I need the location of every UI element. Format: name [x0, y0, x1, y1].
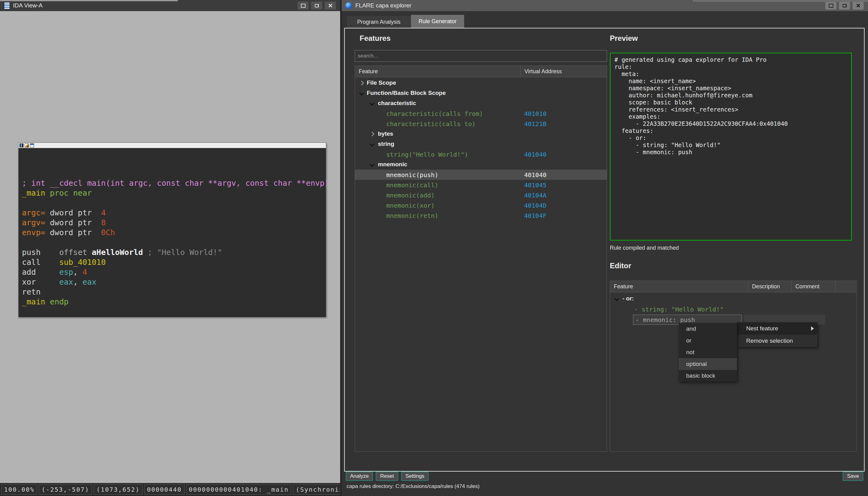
window-mini-icon	[30, 143, 34, 148]
rule-preview-editor[interactable]: # generated using capa explorer for IDA …	[610, 52, 852, 241]
background-window-edge	[0, 0, 178, 1]
editor-row-string-hello-world[interactable]: - string: "Hello World!"	[610, 304, 856, 314]
code-token: envp=	[22, 228, 45, 237]
ida-titlebar[interactable]: IDA View-A	[0, 0, 340, 11]
column-header-description[interactable]: Description	[748, 281, 791, 292]
rule-line: - or:	[614, 135, 851, 141]
editor-label: - or:	[623, 295, 634, 302]
chevron-down-icon[interactable]	[370, 142, 375, 147]
feature-row-mnemonic-call[interactable]: mnemonic(call)401045	[355, 180, 607, 190]
feature-label: string	[378, 141, 394, 148]
close-icon	[856, 4, 860, 7]
restore-button[interactable]	[825, 2, 836, 10]
capa-explorer-window: FLARE capa explorer Program Analysis Rul…	[342, 0, 868, 496]
status-segment: 0000000000401040: _main	[186, 484, 292, 495]
menu-item-nest-feature[interactable]: Nest feature	[737, 322, 817, 335]
feature-row-string-hello-world[interactable]: string("Hello World!")401040	[355, 149, 607, 159]
close-button[interactable]	[325, 2, 336, 10]
menu-item-optional[interactable]: optional	[679, 358, 737, 370]
menu-item-or[interactable]: or	[679, 335, 737, 346]
column-header-feature[interactable]: Feature	[355, 66, 520, 77]
editor-rows: - or:- string: "Hello World!"- mnemonic:…	[610, 292, 856, 325]
feature-row-mnemonic-add[interactable]: mnemonic(add)40104A	[355, 190, 607, 200]
feature-label: Function/Basic Block Scope	[367, 90, 446, 96]
settings-button[interactable]: Settings	[401, 471, 429, 481]
submenu-arrow-icon	[811, 326, 814, 331]
capa-window-controls	[825, 2, 864, 10]
code-line[interactable]	[22, 238, 326, 248]
feature-row-mnemonic-retn[interactable]: mnemonic(retn)40104F	[355, 211, 607, 221]
chevron-right-icon[interactable]	[370, 131, 375, 137]
menu-item-not[interactable]: not	[679, 346, 737, 358]
code-line[interactable]: retn	[22, 287, 326, 297]
code-line[interactable]: _main endp	[22, 297, 326, 307]
code-line[interactable]: envp= dword ptr 0Ch	[22, 228, 326, 238]
virtual-address: 40104A	[524, 191, 546, 199]
cascade-button[interactable]	[839, 2, 850, 10]
feature-row-characteristic-calls-from[interactable]: characteristic(calls from)401010	[355, 108, 607, 119]
chevron-down-icon[interactable]	[359, 91, 364, 96]
code-line[interactable]: call sub_401010	[22, 258, 326, 267]
feature-row-function-basic-block-scope[interactable]: Function/Basic Block Scope	[355, 88, 607, 98]
code-token: ,	[73, 278, 82, 286]
features-table: Feature Virtual Address File ScopeFuncti…	[355, 65, 607, 452]
rule-line: namespace: <insert_namespace>	[614, 85, 851, 92]
column-header-comment[interactable]: Comment	[791, 281, 835, 292]
close-button[interactable]	[853, 2, 864, 10]
menu-item-basic-block[interactable]: basic block	[679, 370, 737, 382]
code-token: dword ptr	[45, 208, 101, 217]
feature-row-mnemonic[interactable]: mnemonic	[355, 159, 607, 170]
capa-window-title: FLARE capa explorer	[355, 2, 412, 9]
rule-line: author: michael.hunhoff@fireeye.com	[614, 92, 851, 99]
feature-row-bytes[interactable]: bytes	[355, 129, 607, 139]
feature-row-characteristic-calls-to[interactable]: characteristic(calls to)40121B	[355, 119, 607, 129]
code-token: call	[22, 258, 59, 267]
code-token: offset	[59, 248, 92, 257]
code-line[interactable]: add esp, 4	[22, 267, 326, 277]
restore-button[interactable]	[298, 2, 309, 10]
editor-row-or[interactable]: - or:	[610, 294, 856, 304]
tab-program-analysis[interactable]: Program Analysis	[347, 16, 411, 28]
status-segment: 100.00%	[1, 484, 37, 495]
reset-button[interactable]: Reset	[376, 471, 398, 481]
menu-item-label: Nest feature	[746, 325, 778, 332]
code-line[interactable]: argv= dword ptr 8	[22, 218, 326, 228]
column-header-virtual-address[interactable]: Virtual Address	[520, 66, 607, 77]
feature-row-string[interactable]: string	[355, 139, 607, 149]
tab-rule-generator[interactable]: Rule Generator	[411, 15, 464, 28]
cascade-icon	[315, 4, 319, 7]
code-line[interactable]: _main proc near	[22, 188, 326, 198]
analyze-button[interactable]: Analyze	[346, 471, 373, 481]
chevron-right-icon[interactable]	[359, 81, 364, 86]
feature-row-mnemonic-xor[interactable]: mnemonic(xor)40104D	[355, 200, 607, 211]
feature-row-mnemonic-push[interactable]: mnemonic(push)401040	[355, 170, 607, 180]
search-input[interactable]	[355, 50, 607, 62]
menu-item-label: Remove selection	[746, 338, 793, 344]
restore-icon	[301, 4, 305, 8]
code-line[interactable]: argc= dword ptr 4	[22, 208, 326, 218]
feature-row-characteristic[interactable]: characteristic	[355, 98, 607, 108]
edit-mini-icon	[25, 143, 29, 148]
column-header-feature[interactable]: Feature	[610, 281, 748, 292]
chevron-down-icon[interactable]	[614, 296, 619, 301]
menu-item-and[interactable]: and	[679, 323, 737, 335]
virtual-address: 401045	[524, 182, 546, 189]
menu-item-remove-selection[interactable]: Remove selection	[737, 335, 817, 347]
code-line[interactable]: xor eax, eax	[22, 277, 326, 287]
rule-line: references: <insert_references>	[614, 106, 851, 113]
chevron-down-icon[interactable]	[370, 101, 375, 106]
disassembly-box[interactable]: ; int __cdecl main(int argc, const char …	[18, 142, 326, 317]
close-icon	[329, 4, 332, 7]
code-line[interactable]: push offset aHelloWorld ; "Hello World!"	[22, 248, 326, 258]
save-button[interactable]: Save	[843, 471, 863, 481]
feature-row-file-scope[interactable]: File Scope	[355, 78, 607, 88]
disassembly-listing[interactable]: ; int __cdecl main(int argc, const char …	[18, 148, 326, 307]
chevron-down-icon[interactable]	[370, 162, 375, 167]
virtual-address: 401040	[524, 171, 546, 179]
code-token: argc=	[22, 208, 45, 217]
cascade-button[interactable]	[311, 2, 322, 10]
code-line[interactable]	[22, 198, 326, 208]
code-line[interactable]: ; int __cdecl main(int argc, const char …	[22, 178, 326, 188]
column-header-blank	[835, 281, 856, 292]
ida-view-canvas[interactable]: ; int __cdecl main(int argc, const char …	[0, 11, 340, 483]
